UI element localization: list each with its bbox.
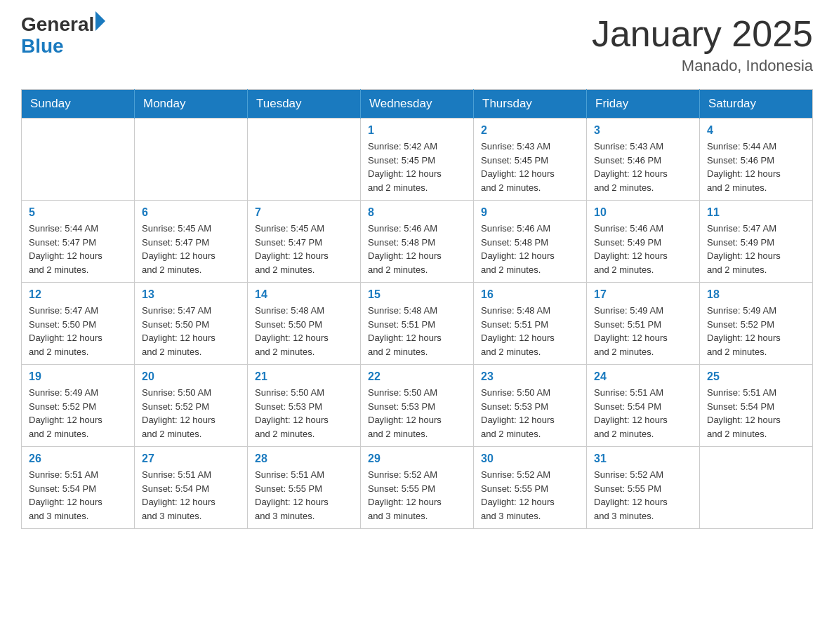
calendar-cell: 10Sunrise: 5:46 AM Sunset: 5:49 PM Dayli…: [587, 201, 700, 283]
calendar-header-row: SundayMondayTuesdayWednesdayThursdayFrid…: [22, 90, 813, 119]
calendar-week-row: 1Sunrise: 5:42 AM Sunset: 5:45 PM Daylig…: [22, 119, 813, 201]
calendar-cell: [22, 119, 135, 201]
day-info: Sunrise: 5:43 AM Sunset: 5:46 PM Dayligh…: [594, 140, 692, 194]
day-number: 28: [255, 452, 353, 465]
day-info: Sunrise: 5:49 AM Sunset: 5:51 PM Dayligh…: [594, 304, 692, 358]
day-number: 22: [368, 370, 466, 383]
day-number: 21: [255, 370, 353, 383]
calendar-cell: 6Sunrise: 5:45 AM Sunset: 5:47 PM Daylig…: [135, 201, 248, 283]
calendar-cell: 21Sunrise: 5:50 AM Sunset: 5:53 PM Dayli…: [248, 365, 361, 447]
calendar-week-row: 5Sunrise: 5:44 AM Sunset: 5:47 PM Daylig…: [22, 201, 813, 283]
day-info: Sunrise: 5:50 AM Sunset: 5:53 PM Dayligh…: [481, 386, 579, 441]
calendar-cell: 7Sunrise: 5:45 AM Sunset: 5:47 PM Daylig…: [248, 201, 361, 283]
calendar-cell: 16Sunrise: 5:48 AM Sunset: 5:51 PM Dayli…: [474, 283, 587, 365]
calendar-week-row: 12Sunrise: 5:47 AM Sunset: 5:50 PM Dayli…: [22, 283, 813, 365]
day-number: 31: [594, 452, 692, 465]
calendar-cell: 14Sunrise: 5:48 AM Sunset: 5:50 PM Dayli…: [248, 283, 361, 365]
calendar-cell: 20Sunrise: 5:50 AM Sunset: 5:52 PM Dayli…: [135, 365, 248, 447]
calendar-cell: 22Sunrise: 5:50 AM Sunset: 5:53 PM Dayli…: [361, 365, 474, 447]
day-number: 30: [481, 452, 579, 465]
calendar-cell: 19Sunrise: 5:49 AM Sunset: 5:52 PM Dayli…: [22, 365, 135, 447]
calendar-cell: 28Sunrise: 5:51 AM Sunset: 5:55 PM Dayli…: [248, 447, 361, 529]
calendar-header-sunday: Sunday: [22, 90, 135, 119]
calendar-cell: [248, 119, 361, 201]
calendar-header-thursday: Thursday: [474, 90, 587, 119]
day-number: 15: [368, 288, 466, 301]
calendar-cell: 31Sunrise: 5:52 AM Sunset: 5:55 PM Dayli…: [587, 447, 700, 529]
calendar-cell: [135, 119, 248, 201]
day-info: Sunrise: 5:44 AM Sunset: 5:46 PM Dayligh…: [707, 140, 805, 194]
day-number: 24: [594, 370, 692, 383]
calendar-cell: 29Sunrise: 5:52 AM Sunset: 5:55 PM Dayli…: [361, 447, 474, 529]
day-info: Sunrise: 5:51 AM Sunset: 5:54 PM Dayligh…: [29, 468, 127, 523]
calendar-header-saturday: Saturday: [700, 90, 813, 119]
calendar-cell: 30Sunrise: 5:52 AM Sunset: 5:55 PM Dayli…: [474, 447, 587, 529]
calendar-cell: 13Sunrise: 5:47 AM Sunset: 5:50 PM Dayli…: [135, 283, 248, 365]
day-info: Sunrise: 5:50 AM Sunset: 5:53 PM Dayligh…: [368, 386, 466, 441]
calendar-cell: 8Sunrise: 5:46 AM Sunset: 5:48 PM Daylig…: [361, 201, 474, 283]
day-number: 9: [481, 206, 579, 219]
calendar-cell: 25Sunrise: 5:51 AM Sunset: 5:54 PM Dayli…: [700, 365, 813, 447]
calendar-cell: 18Sunrise: 5:49 AM Sunset: 5:52 PM Dayli…: [700, 283, 813, 365]
title-section: January 2025 Manado, Indonesia: [592, 14, 813, 75]
calendar-cell: 3Sunrise: 5:43 AM Sunset: 5:46 PM Daylig…: [587, 119, 700, 201]
day-number: 10: [594, 206, 692, 219]
day-info: Sunrise: 5:52 AM Sunset: 5:55 PM Dayligh…: [481, 468, 579, 523]
calendar-cell: 27Sunrise: 5:51 AM Sunset: 5:54 PM Dayli…: [135, 447, 248, 529]
day-number: 7: [255, 206, 353, 219]
day-number: 6: [142, 206, 240, 219]
day-info: Sunrise: 5:50 AM Sunset: 5:52 PM Dayligh…: [142, 386, 240, 441]
day-number: 16: [481, 288, 579, 301]
day-info: Sunrise: 5:48 AM Sunset: 5:51 PM Dayligh…: [368, 304, 466, 358]
day-info: Sunrise: 5:49 AM Sunset: 5:52 PM Dayligh…: [707, 304, 805, 358]
calendar-week-row: 19Sunrise: 5:49 AM Sunset: 5:52 PM Dayli…: [22, 365, 813, 447]
page-header: General Blue January 2025 Manado, Indone…: [21, 14, 813, 75]
day-info: Sunrise: 5:47 AM Sunset: 5:50 PM Dayligh…: [29, 304, 127, 358]
day-info: Sunrise: 5:42 AM Sunset: 5:45 PM Dayligh…: [368, 140, 466, 194]
calendar-cell: 9Sunrise: 5:46 AM Sunset: 5:48 PM Daylig…: [474, 201, 587, 283]
day-number: 25: [707, 370, 805, 383]
calendar-cell: 11Sunrise: 5:47 AM Sunset: 5:49 PM Dayli…: [700, 201, 813, 283]
day-info: Sunrise: 5:45 AM Sunset: 5:47 PM Dayligh…: [142, 222, 240, 276]
day-number: 11: [707, 206, 805, 219]
calendar-cell: [700, 447, 813, 529]
day-info: Sunrise: 5:48 AM Sunset: 5:50 PM Dayligh…: [255, 304, 353, 358]
day-number: 12: [29, 288, 127, 301]
day-number: 19: [29, 370, 127, 383]
day-info: Sunrise: 5:48 AM Sunset: 5:51 PM Dayligh…: [481, 304, 579, 358]
calendar-header-friday: Friday: [587, 90, 700, 119]
day-number: 23: [481, 370, 579, 383]
calendar-cell: 17Sunrise: 5:49 AM Sunset: 5:51 PM Dayli…: [587, 283, 700, 365]
day-info: Sunrise: 5:52 AM Sunset: 5:55 PM Dayligh…: [368, 468, 466, 523]
day-number: 8: [368, 206, 466, 219]
day-info: Sunrise: 5:51 AM Sunset: 5:55 PM Dayligh…: [255, 468, 353, 523]
calendar-table: SundayMondayTuesdayWednesdayThursdayFrid…: [21, 89, 813, 529]
day-info: Sunrise: 5:46 AM Sunset: 5:49 PM Dayligh…: [594, 222, 692, 276]
day-info: Sunrise: 5:50 AM Sunset: 5:53 PM Dayligh…: [255, 386, 353, 441]
day-info: Sunrise: 5:45 AM Sunset: 5:47 PM Dayligh…: [255, 222, 353, 276]
day-number: 29: [368, 452, 466, 465]
day-info: Sunrise: 5:51 AM Sunset: 5:54 PM Dayligh…: [707, 386, 805, 441]
day-info: Sunrise: 5:51 AM Sunset: 5:54 PM Dayligh…: [142, 468, 240, 523]
day-number: 5: [29, 206, 127, 219]
day-number: 20: [142, 370, 240, 383]
calendar-title: January 2025: [592, 14, 813, 54]
day-info: Sunrise: 5:52 AM Sunset: 5:55 PM Dayligh…: [594, 468, 692, 523]
calendar-cell: 12Sunrise: 5:47 AM Sunset: 5:50 PM Dayli…: [22, 283, 135, 365]
calendar-cell: 1Sunrise: 5:42 AM Sunset: 5:45 PM Daylig…: [361, 119, 474, 201]
calendar-cell: 2Sunrise: 5:43 AM Sunset: 5:45 PM Daylig…: [474, 119, 587, 201]
day-number: 17: [594, 288, 692, 301]
day-number: 26: [29, 452, 127, 465]
day-info: Sunrise: 5:49 AM Sunset: 5:52 PM Dayligh…: [29, 386, 127, 441]
day-number: 18: [707, 288, 805, 301]
calendar-header-tuesday: Tuesday: [248, 90, 361, 119]
day-info: Sunrise: 5:46 AM Sunset: 5:48 PM Dayligh…: [481, 222, 579, 276]
day-number: 2: [481, 124, 579, 137]
day-number: 3: [594, 124, 692, 137]
day-info: Sunrise: 5:43 AM Sunset: 5:45 PM Dayligh…: [481, 140, 579, 194]
logo-blue: Blue: [21, 36, 105, 58]
day-info: Sunrise: 5:47 AM Sunset: 5:49 PM Dayligh…: [707, 222, 805, 276]
calendar-cell: 5Sunrise: 5:44 AM Sunset: 5:47 PM Daylig…: [22, 201, 135, 283]
calendar-cell: 4Sunrise: 5:44 AM Sunset: 5:46 PM Daylig…: [700, 119, 813, 201]
day-info: Sunrise: 5:46 AM Sunset: 5:48 PM Dayligh…: [368, 222, 466, 276]
